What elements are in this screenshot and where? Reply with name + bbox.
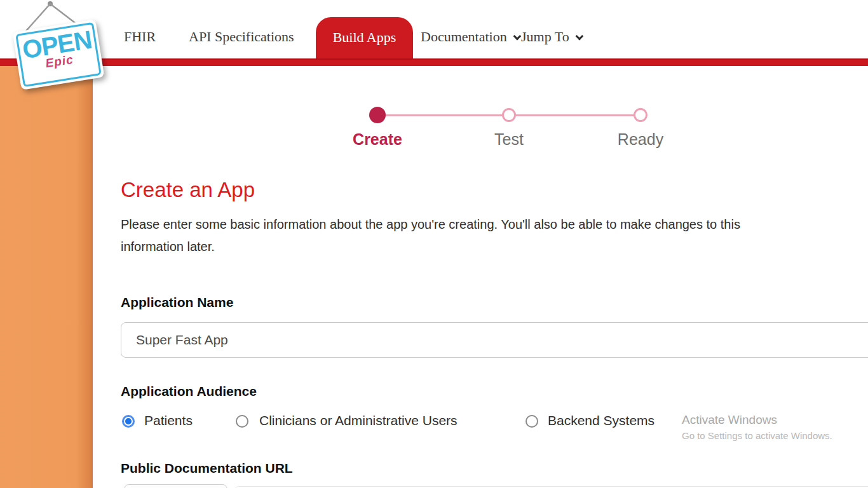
main-navigation: FHIR API Specifications Build Apps Docum… <box>0 0 868 58</box>
left-orange-strip <box>0 66 93 488</box>
nav-item-fhir[interactable]: FHIR <box>124 29 156 45</box>
stepper-label-test: Test <box>494 130 524 149</box>
public-documentation-url-label: Public Documentation URL <box>121 461 293 476</box>
activate-windows-watermark: Activate Windows <box>682 413 777 427</box>
radio-patients[interactable] <box>122 415 135 428</box>
nav-tab-build-apps[interactable]: Build Apps <box>316 17 413 58</box>
stepper-line-test-ready <box>509 114 641 116</box>
intro-text-line2: information later. <box>121 240 215 254</box>
build-apps-page: FHIR API Specifications Build Apps Docum… <box>0 0 868 488</box>
radio-label-patients[interactable]: Patients <box>144 413 193 428</box>
chevron-down-icon <box>513 32 521 41</box>
application-audience-label: Application Audience <box>121 384 257 399</box>
public-documentation-url-protocol-box[interactable] <box>124 484 227 488</box>
stepper-line-create-test <box>377 114 509 116</box>
brand-red-bar <box>0 58 868 66</box>
stepper-label-create: Create <box>353 130 402 149</box>
nav-item-jump-to-label: Jump To <box>521 29 569 44</box>
application-name-input[interactable] <box>121 322 868 358</box>
stepper-dot-create <box>369 107 386 123</box>
activate-windows-watermark-subtext: Go to Settings to activate Windows. <box>682 430 832 441</box>
chevron-down-icon <box>575 32 583 41</box>
intro-text-line1: Please enter some basic information abou… <box>121 217 740 232</box>
radio-label-backend-systems[interactable]: Backend Systems <box>548 413 654 428</box>
stepper-label-ready: Ready <box>618 130 663 149</box>
nav-item-documentation-label: Documentation <box>421 29 507 44</box>
nav-item-documentation[interactable]: Documentation <box>421 29 519 45</box>
open-epic-logo[interactable]: OPEN Epic <box>3 0 117 95</box>
open-sign: OPEN Epic <box>13 19 105 90</box>
application-name-label: Application Name <box>121 295 233 310</box>
radio-label-clinicians[interactable]: Clinicians or Administrative Users <box>259 413 458 428</box>
stepper-dot-test <box>502 108 516 122</box>
stepper-dot-ready <box>634 108 648 122</box>
nav-item-jump-to[interactable]: Jump To <box>521 29 581 45</box>
radio-backend-systems[interactable] <box>526 415 538 428</box>
radio-clinicians[interactable] <box>236 415 248 428</box>
nav-item-api-specifications[interactable]: API Specifications <box>189 29 294 45</box>
page-title: Create an App <box>121 178 255 202</box>
